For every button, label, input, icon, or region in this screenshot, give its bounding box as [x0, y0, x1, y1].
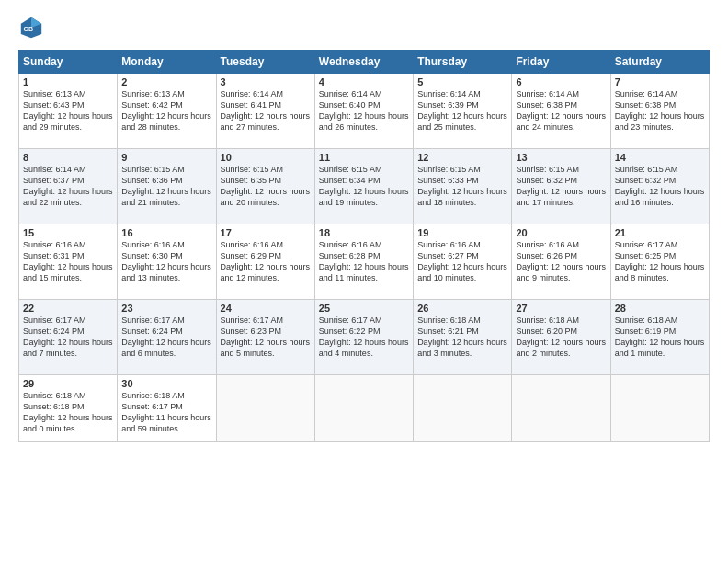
cell-sun-info: Sunrise: 6:15 AMSunset: 6:34 PMDaylight:…	[319, 164, 409, 209]
day-number: 17	[221, 227, 311, 238]
sunset-text: Sunset: 6:29 PM	[221, 250, 311, 261]
day-number: 7	[615, 76, 705, 87]
daylight-minutes-text: and 59 minutes.	[121, 423, 211, 434]
day-number: 24	[221, 303, 311, 314]
day-number: 10	[221, 152, 311, 163]
daylight-minutes-text: and 8 minutes.	[615, 272, 705, 283]
sunrise-text: Sunrise: 6:14 AM	[516, 88, 606, 99]
sunrise-text: Sunrise: 6:15 AM	[221, 164, 311, 175]
daylight-minutes-text: and 5 minutes.	[221, 348, 311, 359]
calendar-cell: 18Sunrise: 6:16 AMSunset: 6:28 PMDayligh…	[314, 224, 413, 300]
daylight-text: Daylight: 12 hours hours	[516, 337, 606, 348]
sunset-text: Sunset: 6:36 PM	[121, 175, 211, 186]
sunrise-text: Sunrise: 6:16 AM	[23, 239, 113, 250]
calendar-cell: 14Sunrise: 6:15 AMSunset: 6:32 PMDayligh…	[610, 149, 709, 224]
weekday-header: Friday	[512, 51, 610, 74]
sunset-text: Sunset: 6:33 PM	[417, 175, 507, 186]
calendar-cell: 23Sunrise: 6:17 AMSunset: 6:24 PMDayligh…	[118, 300, 216, 375]
cell-sun-info: Sunrise: 6:16 AMSunset: 6:29 PMDaylight:…	[221, 239, 311, 284]
sunset-text: Sunset: 6:28 PM	[319, 250, 409, 261]
day-number: 8	[23, 152, 113, 163]
sunset-text: Sunset: 6:38 PM	[516, 99, 606, 110]
cell-sun-info: Sunrise: 6:16 AMSunset: 6:27 PMDaylight:…	[417, 239, 507, 284]
logo-icon: GB	[18, 15, 44, 40]
sunrise-text: Sunrise: 6:16 AM	[221, 239, 311, 250]
sunrise-text: Sunrise: 6:16 AM	[516, 239, 606, 250]
sunrise-text: Sunrise: 6:16 AM	[319, 239, 409, 250]
daylight-text: Daylight: 12 hours hours	[121, 110, 211, 121]
sunrise-text: Sunrise: 6:15 AM	[417, 164, 507, 175]
daylight-minutes-text: and 29 minutes.	[23, 121, 113, 132]
sunset-text: Sunset: 6:38 PM	[615, 99, 705, 110]
daylight-minutes-text: and 0 minutes.	[23, 423, 113, 434]
daylight-text: Daylight: 12 hours hours	[221, 337, 311, 348]
calendar-cell: 11Sunrise: 6:15 AMSunset: 6:34 PMDayligh…	[314, 149, 413, 224]
sunrise-text: Sunrise: 6:14 AM	[615, 88, 705, 99]
sunrise-text: Sunrise: 6:17 AM	[221, 315, 311, 326]
cell-sun-info: Sunrise: 6:15 AMSunset: 6:32 PMDaylight:…	[516, 164, 606, 209]
day-number: 26	[417, 303, 507, 314]
daylight-minutes-text: and 6 minutes.	[121, 348, 211, 359]
day-number: 13	[516, 152, 606, 163]
daylight-minutes-text: and 17 minutes.	[516, 197, 606, 208]
daylight-minutes-text: and 2 minutes.	[516, 348, 606, 359]
sunrise-text: Sunrise: 6:15 AM	[319, 164, 409, 175]
daylight-text: Daylight: 12 hours hours	[319, 186, 409, 197]
day-number: 21	[615, 227, 705, 238]
cell-sun-info: Sunrise: 6:14 AMSunset: 6:38 PMDaylight:…	[516, 88, 606, 133]
daylight-text: Daylight: 12 hours hours	[516, 261, 606, 272]
cell-sun-info: Sunrise: 6:17 AMSunset: 6:23 PMDaylight:…	[221, 315, 311, 360]
calendar-week-row: 1Sunrise: 6:13 AMSunset: 6:43 PMDaylight…	[19, 74, 710, 149]
calendar-cell: 30Sunrise: 6:18 AMSunset: 6:17 PMDayligh…	[118, 375, 216, 442]
calendar-cell	[314, 375, 413, 442]
cell-sun-info: Sunrise: 6:16 AMSunset: 6:30 PMDaylight:…	[121, 239, 211, 284]
calendar-cell: 17Sunrise: 6:16 AMSunset: 6:29 PMDayligh…	[216, 224, 314, 300]
day-number: 23	[121, 303, 211, 314]
daylight-text: Daylight: 12 hours hours	[121, 261, 211, 272]
calendar-cell: 24Sunrise: 6:17 AMSunset: 6:23 PMDayligh…	[216, 300, 314, 375]
sunset-text: Sunset: 6:22 PM	[319, 326, 409, 337]
sunset-text: Sunset: 6:32 PM	[615, 175, 705, 186]
sunrise-text: Sunrise: 6:15 AM	[615, 164, 705, 175]
sunset-text: Sunset: 6:39 PM	[417, 99, 507, 110]
calendar-cell: 6Sunrise: 6:14 AMSunset: 6:38 PMDaylight…	[512, 74, 610, 149]
sunrise-text: Sunrise: 6:17 AM	[23, 315, 113, 326]
sunset-text: Sunset: 6:41 PM	[221, 99, 311, 110]
calendar-cell: 15Sunrise: 6:16 AMSunset: 6:31 PMDayligh…	[19, 224, 118, 300]
sunrise-text: Sunrise: 6:18 AM	[615, 315, 705, 326]
calendar-cell: 21Sunrise: 6:17 AMSunset: 6:25 PMDayligh…	[610, 224, 709, 300]
daylight-text: Daylight: 12 hours hours	[23, 261, 113, 272]
sunset-text: Sunset: 6:24 PM	[23, 326, 113, 337]
calendar-cell: 22Sunrise: 6:17 AMSunset: 6:24 PMDayligh…	[19, 300, 118, 375]
cell-sun-info: Sunrise: 6:17 AMSunset: 6:24 PMDaylight:…	[121, 315, 211, 360]
sunset-text: Sunset: 6:43 PM	[23, 99, 113, 110]
daylight-minutes-text: and 13 minutes.	[121, 272, 211, 283]
sunset-text: Sunset: 6:27 PM	[417, 250, 507, 261]
sunrise-text: Sunrise: 6:17 AM	[615, 239, 705, 250]
daylight-text: Daylight: 12 hours hours	[615, 110, 705, 121]
calendar-cell: 3Sunrise: 6:14 AMSunset: 6:41 PMDaylight…	[216, 74, 314, 149]
weekday-header: Tuesday	[216, 51, 314, 74]
daylight-minutes-text: and 1 minute.	[615, 348, 705, 359]
sunrise-text: Sunrise: 6:18 AM	[516, 315, 606, 326]
day-number: 11	[319, 152, 409, 163]
calendar-cell	[512, 375, 610, 442]
cell-sun-info: Sunrise: 6:17 AMSunset: 6:22 PMDaylight:…	[319, 315, 409, 360]
cell-sun-info: Sunrise: 6:16 AMSunset: 6:26 PMDaylight:…	[516, 239, 606, 284]
daylight-text: Daylight: 12 hours hours	[319, 337, 409, 348]
sunset-text: Sunset: 6:30 PM	[121, 250, 211, 261]
weekday-header: Sunday	[19, 51, 118, 74]
sunset-text: Sunset: 6:37 PM	[23, 175, 113, 186]
sunrise-text: Sunrise: 6:13 AM	[121, 88, 211, 99]
daylight-text: Daylight: 12 hours hours	[516, 186, 606, 197]
daylight-minutes-text: and 4 minutes.	[319, 348, 409, 359]
sunrise-text: Sunrise: 6:17 AM	[319, 315, 409, 326]
daylight-minutes-text: and 27 minutes.	[221, 121, 311, 132]
weekday-header-row: SundayMondayTuesdayWednesdayThursdayFrid…	[19, 51, 710, 74]
day-number: 25	[319, 303, 409, 314]
header: GB	[18, 15, 710, 40]
cell-sun-info: Sunrise: 6:13 AMSunset: 6:42 PMDaylight:…	[121, 88, 211, 133]
cell-sun-info: Sunrise: 6:14 AMSunset: 6:37 PMDaylight:…	[23, 164, 113, 209]
daylight-minutes-text: and 20 minutes.	[221, 197, 311, 208]
cell-sun-info: Sunrise: 6:18 AMSunset: 6:20 PMDaylight:…	[516, 315, 606, 360]
